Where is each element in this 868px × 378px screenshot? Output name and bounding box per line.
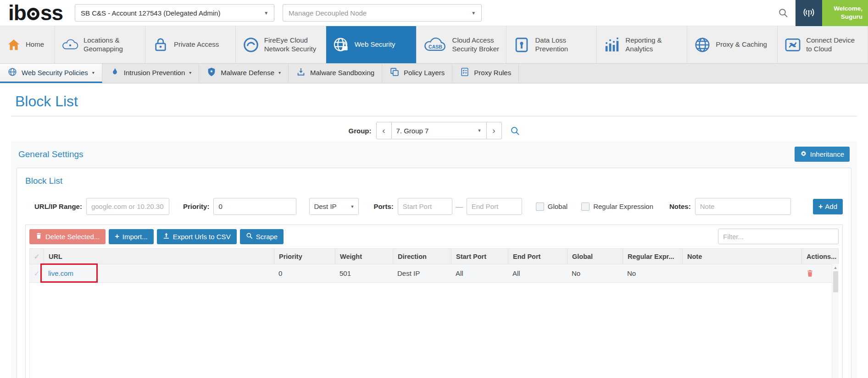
scrollbar-thumb[interactable] <box>833 271 838 292</box>
account-dropdown-value: SB C&S - Account 127543 (Delegated Admin… <box>81 9 220 17</box>
subnav-item-intrusion-prevention[interactable]: Intrusion Prevention ▾ <box>102 64 199 83</box>
column-header-direction[interactable]: Direction <box>393 249 451 264</box>
nav-item-fireeye[interactable]: FireEye Cloud Network Security <box>236 26 326 63</box>
welcome-line2: Suguru <box>841 13 862 21</box>
account-dropdown[interactable]: SB C&S - Account 127543 (Delegated Admin… <box>75 4 274 22</box>
scroll-up-icon[interactable]: ▲ <box>834 265 838 270</box>
regular-expr-cell: No <box>623 264 682 282</box>
export-csv-button[interactable]: Export Urls to CSV <box>157 229 237 244</box>
subnav-item-proxy-rules[interactable]: Proxy Rules <box>452 64 519 83</box>
plus-icon: + <box>115 233 119 240</box>
globe-icon <box>694 36 711 54</box>
regex-checkbox[interactable] <box>581 203 590 211</box>
subnav-item-malware-sandboxing[interactable]: Malware Sandboxing <box>289 64 382 83</box>
search-icon[interactable] <box>778 8 788 18</box>
column-header-url[interactable]: URL <box>44 249 274 264</box>
global-checkbox-label: Global <box>548 203 568 210</box>
delete-selected-label: Delete Selected... <box>45 233 100 241</box>
column-header-note[interactable]: Note <box>682 249 801 264</box>
column-header-weight[interactable]: Weight <box>335 249 393 264</box>
import-button[interactable]: + Import... <box>109 229 153 244</box>
row-checkbox[interactable]: ✓ <box>30 264 44 282</box>
delete-selected-button[interactable]: Delete Selected... <box>29 229 106 244</box>
regex-checkbox-wrap[interactable]: Regular Expression <box>581 203 653 211</box>
start-port-input[interactable] <box>398 198 452 215</box>
scrape-button[interactable]: Scrape <box>240 229 284 244</box>
ports-separator: — <box>456 203 463 210</box>
nav-item-casb[interactable]: CASB Cloud Access Security Broker <box>417 26 507 63</box>
url-ip-range-label: URL/IP Range: <box>34 203 82 210</box>
subnav-item-label: Malware Sandboxing <box>310 69 374 77</box>
layers-icon <box>389 67 400 78</box>
column-header-regular-expr[interactable]: Regular Expr... <box>623 249 682 264</box>
nav-item-connect-device[interactable]: Connect Device to Cloud <box>778 26 868 63</box>
caret-down-icon: ▼ <box>478 128 482 133</box>
nav-item-label: FireEye Cloud Network Security <box>264 36 319 53</box>
table-row: ✓ live.com 0 501 Dest IP All All No No <box>29 264 839 283</box>
nav-item-private-access[interactable]: Private Access <box>145 26 236 63</box>
subnav-item-malware-defense[interactable]: Malware Defense ▾ <box>199 64 289 83</box>
subnav-item-label: Web Security Policies <box>22 69 88 77</box>
node-status-button[interactable] <box>796 0 822 26</box>
casb-cloud-icon: CASB <box>423 37 448 53</box>
add-button[interactable]: + Add <box>813 199 843 214</box>
dlp-lock-icon <box>513 36 530 54</box>
next-group-button[interactable]: › <box>486 122 502 139</box>
inheritance-button[interactable]: Inheritance <box>795 147 850 162</box>
note-input[interactable] <box>695 198 791 215</box>
column-header-priority[interactable]: Priority <box>274 249 335 264</box>
logo-text-right: ss <box>40 2 63 23</box>
nav-item-home[interactable]: Home <box>0 26 55 63</box>
welcome-badge: Welcome, Suguru <box>822 0 868 26</box>
column-header-global[interactable]: Global <box>567 249 623 264</box>
home-icon <box>6 38 21 52</box>
select-all-checkbox[interactable]: ✓ <box>30 249 44 264</box>
group-dropdown-value: 7. Group 7 <box>396 127 429 135</box>
nav-item-locations-geomapping[interactable]: Locations & Geomapping <box>55 26 145 63</box>
previous-group-button[interactable]: ‹ <box>376 122 392 139</box>
weight-cell: 501 <box>335 264 393 282</box>
nav-item-proxy-caching[interactable]: Proxy & Caching <box>687 26 778 63</box>
nav-item-web-security[interactable]: Web Security <box>326 26 417 63</box>
end-port-input[interactable] <box>467 198 522 215</box>
start-port-cell: All <box>451 264 508 282</box>
main-nav: Home Locations & Geomapping Private Acce… <box>0 26 868 64</box>
nav-item-label: Locations & Geomapping <box>83 36 139 53</box>
node-dropdown[interactable]: Manage Decoupled Node ▼ <box>283 4 482 22</box>
table-scrollbar[interactable]: ▲ <box>832 264 839 378</box>
column-header-end-port[interactable]: End Port <box>508 249 567 264</box>
regex-checkbox-label: Regular Expression <box>593 203 653 210</box>
nav-item-data-loss-prevention[interactable]: Data Loss Prevention <box>506 26 597 63</box>
general-settings-section: General Settings Inheritance Block List … <box>11 141 857 378</box>
fireeye-ring-icon <box>242 36 260 54</box>
nav-item-label: Data Loss Prevention <box>535 36 590 53</box>
group-dropdown[interactable]: 7. Group 7 ▼ <box>392 122 486 139</box>
subnav-item-label: Malware Defense <box>221 69 274 77</box>
trash-icon[interactable] <box>806 269 814 277</box>
url-ip-range-input[interactable] <box>86 198 169 215</box>
subnav-item-policy-layers[interactable]: Policy Layers <box>382 64 452 83</box>
notes-label: Notes: <box>669 203 691 210</box>
global-checkbox[interactable] <box>536 203 544 211</box>
nav-item-label: Cloud Access Security Broker <box>452 36 500 53</box>
divider <box>11 116 857 116</box>
node-dropdown-value: Manage Decoupled Node <box>289 9 367 17</box>
flame-icon <box>110 67 120 78</box>
column-header-actions[interactable]: Actions... <box>801 249 838 264</box>
filter-input[interactable] <box>718 229 839 244</box>
direction-dropdown[interactable]: Dest IP ▼ <box>309 198 359 215</box>
nav-item-reporting-analytics[interactable]: Reporting & Analytics <box>597 26 687 63</box>
global-checkbox-wrap[interactable]: Global <box>536 203 568 211</box>
ports-label: Ports: <box>373 203 393 210</box>
priority-input[interactable] <box>213 198 296 215</box>
app-root: ibss SB C&S - Account 127543 (Delegated … <box>0 0 868 378</box>
block-list-table: ✓ URL Priority Weight Direction Start Po… <box>29 248 839 378</box>
url-link[interactable]: live.com <box>48 269 73 277</box>
logo-o-icon <box>27 8 39 20</box>
direction-dropdown-value: Dest IP <box>314 203 336 210</box>
column-header-start-port[interactable]: Start Port <box>451 249 508 264</box>
subnav-item-web-security-policies[interactable]: Web Security Policies ▾ <box>0 64 102 83</box>
url-cell: live.com <box>44 264 274 282</box>
group-search-icon[interactable] <box>510 126 520 136</box>
iboss-logo[interactable]: ibss <box>8 2 63 23</box>
